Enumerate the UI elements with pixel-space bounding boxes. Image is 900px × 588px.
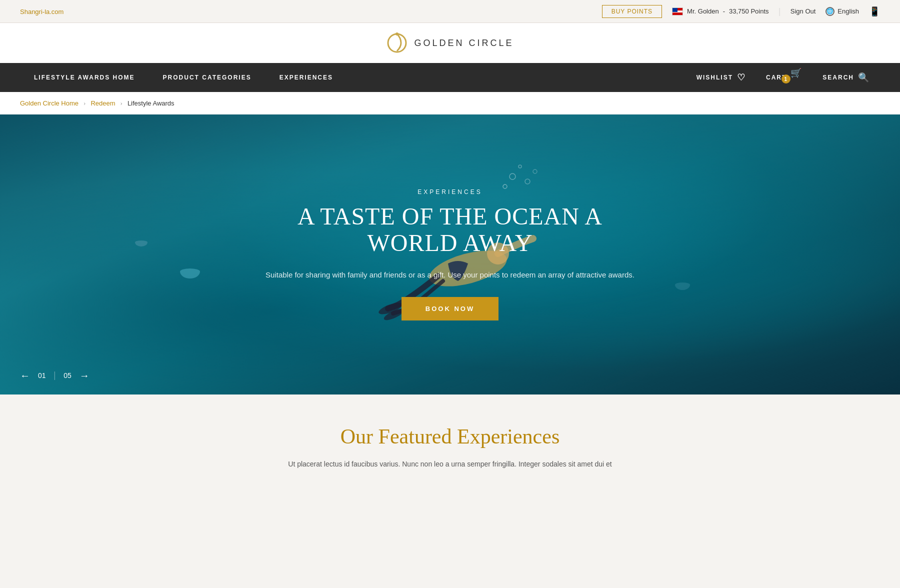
user-points: 33,750 Points (729, 8, 769, 15)
search-icon: 🔍 (858, 72, 870, 83)
sign-out-link[interactable]: Sign Out (790, 8, 816, 15)
carousel-divider: | (54, 370, 56, 380)
site-link-container: Shangri-la.com (20, 7, 64, 16)
nav-left: LIFESTYLE AWARDS HOME PRODUCT CATEGORIES… (20, 63, 347, 92)
hero-subtitle: EXPERIENCES (250, 188, 650, 196)
search-label: SEARCH (822, 74, 854, 81)
carousel-controls: ← 01 | 05 → (20, 370, 90, 380)
cart-badge: 1 (782, 74, 790, 84)
carousel-prev-button[interactable]: ← (20, 370, 30, 380)
language-label: English (838, 8, 859, 15)
logo-area: GOLDEN CIRCLE (0, 23, 900, 63)
heart-icon: ♡ (737, 72, 746, 83)
search-nav[interactable]: SEARCH 🔍 (812, 63, 880, 92)
site-link[interactable]: Shangri-la.com (20, 8, 64, 16)
cart-nav[interactable]: CART 🛒 1 (756, 63, 812, 92)
hero-section: EXPERIENCES A TASTE OF THE OCEAN A WORLD… (0, 114, 900, 394)
wishlist-nav[interactable]: WISHLIST ♡ (686, 63, 756, 92)
svg-point-8 (518, 165, 522, 168)
nav-right: WISHLIST ♡ CART 🛒 1 SEARCH 🔍 (686, 63, 880, 92)
mobile-icon[interactable]: 📱 (869, 6, 880, 17)
wishlist-label: WISHLIST (696, 74, 733, 81)
nav-item-lifestyle[interactable]: LIFESTYLE AWARDS HOME (20, 63, 149, 92)
svg-point-10 (533, 170, 537, 174)
user-name: Mr. Golden (687, 8, 719, 15)
carousel-next-button[interactable]: → (80, 370, 90, 380)
hero-content: EXPERIENCES A TASTE OF THE OCEAN A WORLD… (250, 188, 650, 320)
carousel-total: 05 (64, 372, 72, 380)
featured-description: Ut placerat lectus id faucibus varius. N… (275, 458, 625, 470)
breadcrumb-sep-1: › (84, 99, 86, 107)
nav-item-categories[interactable]: PRODUCT CATEGORIES (149, 63, 266, 92)
top-bar: Shangri-la.com BUY POINTS Mr. Golden - 3… (0, 0, 900, 23)
logo-text: GOLDEN CIRCLE (414, 38, 514, 48)
breadcrumb-current: Lifestyle Awards (128, 100, 174, 107)
breadcrumb-sep-2: › (120, 99, 122, 107)
svg-point-0 (388, 34, 406, 52)
featured-title: Our Featured Experiences (20, 424, 880, 448)
svg-point-7 (510, 174, 516, 180)
nav-item-experiences[interactable]: EXPERIENCES (266, 63, 347, 92)
svg-point-9 (525, 179, 530, 184)
flag-icon (672, 8, 683, 16)
nav-bar: LIFESTYLE AWARDS HOME PRODUCT CATEGORIES… (0, 63, 900, 92)
globe-icon: 🌐 (826, 7, 834, 16)
breadcrumb-redeem[interactable]: Redeem (90, 100, 115, 107)
book-now-button[interactable]: BOOK NOW (402, 297, 498, 320)
logo-ring-icon (386, 32, 408, 54)
breadcrumb-home[interactable]: Golden Circle Home (20, 100, 78, 107)
top-bar-right: BUY POINTS Mr. Golden - 33,750 Points | … (602, 5, 880, 18)
hero-title: A TASTE OF THE OCEAN A WORLD AWAY (250, 204, 650, 256)
separator: | (779, 7, 780, 16)
buy-points-button[interactable]: BUY POINTS (602, 5, 662, 18)
user-info: Mr. Golden - 33,750 Points (672, 8, 768, 16)
cart-icon: 🛒 (790, 68, 802, 78)
hero-description: Suitable for sharing with family and fri… (250, 268, 650, 282)
carousel-current: 01 (38, 372, 46, 380)
svg-point-6 (503, 184, 507, 188)
featured-section: Our Featured Experiences Ut placerat lec… (0, 394, 900, 490)
user-separator: - (723, 8, 725, 15)
language-selector[interactable]: 🌐 English (826, 7, 859, 16)
svg-point-1 (396, 32, 398, 36)
breadcrumb: Golden Circle Home › Redeem › Lifestyle … (0, 92, 900, 114)
